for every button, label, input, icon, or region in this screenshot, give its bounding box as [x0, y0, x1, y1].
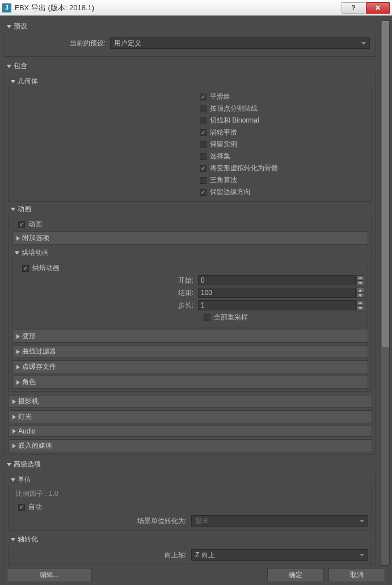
- edit-button[interactable]: 编辑...: [7, 568, 92, 582]
- include-header[interactable]: 包含: [5, 60, 376, 72]
- scroll-thumb[interactable]: [382, 21, 389, 347]
- lights-header[interactable]: 灯光: [9, 410, 372, 423]
- preserve-edge-checkbox[interactable]: [200, 189, 206, 196]
- geometry-header[interactable]: 几何体: [9, 75, 372, 87]
- embed-media-header[interactable]: 嵌入的媒体: [9, 439, 372, 452]
- selection-sets-checkbox[interactable]: [200, 153, 206, 160]
- current-preset-label: 当前的预设:: [11, 39, 110, 48]
- deformations-label: 变形: [22, 331, 36, 341]
- window-title: FBX 导出 (版本: 2018.1): [15, 3, 341, 13]
- start-label: 开始:: [16, 276, 198, 285]
- chevron-down-icon: [11, 538, 15, 541]
- automatic-label: 自动: [28, 502, 42, 512]
- vertical-scrollbar[interactable]: [381, 20, 390, 566]
- scene-units-dropdown: 厘米: [191, 515, 368, 527]
- ok-button[interactable]: 确定: [267, 568, 324, 582]
- chevron-down-icon: [7, 25, 11, 28]
- start-spin-down[interactable]: [356, 280, 364, 285]
- point-cache-header[interactable]: 点缓存文件: [12, 360, 368, 373]
- close-button[interactable]: ✕: [366, 2, 390, 14]
- start-spin-up[interactable]: [356, 275, 364, 280]
- preserve-instances-checkbox[interactable]: [200, 141, 206, 148]
- smoothing-groups-label: 平滑组: [210, 92, 230, 102]
- chevron-down-icon: [15, 251, 19, 255]
- resample-all-checkbox[interactable]: [204, 314, 210, 321]
- end-spin-down[interactable]: [356, 293, 364, 298]
- chevron-right-icon: [16, 334, 20, 339]
- embed-media-label: 嵌入的媒体: [18, 441, 52, 451]
- bake-animation-header[interactable]: 烘培动画: [12, 247, 368, 259]
- extra-options-label: 附加选项: [22, 233, 49, 243]
- cameras-header[interactable]: 摄影机: [9, 395, 372, 408]
- chevron-down-icon: [11, 80, 15, 83]
- automatic-checkbox[interactable]: [18, 504, 25, 511]
- animation-header[interactable]: 动画: [9, 203, 372, 215]
- characters-header[interactable]: 角色: [12, 376, 368, 389]
- resample-all-label: 全部重采样: [214, 313, 248, 322]
- chevron-down-icon: [11, 208, 15, 211]
- chevron-down-icon: [361, 42, 366, 45]
- chevron-down-icon: [360, 554, 364, 557]
- bake-animation-header-label: 烘培动画: [22, 248, 49, 258]
- bake-animation-cb-label: 烘焙动画: [32, 263, 60, 273]
- step-input[interactable]: [198, 300, 356, 310]
- up-axis-dropdown[interactable]: Z 向上: [191, 549, 368, 561]
- triangulate-label: 三角算法: [210, 175, 237, 185]
- point-cache-label: 点缓存文件: [22, 362, 56, 372]
- chevron-right-icon: [16, 365, 20, 369]
- include-header-label: 包含: [14, 61, 27, 71]
- app-icon: 3: [2, 3, 11, 12]
- scene-units-value: 厘米: [195, 516, 209, 526]
- chevron-down-icon: [7, 65, 11, 68]
- up-axis-value: Z 向上: [195, 550, 215, 560]
- end-spin-up[interactable]: [356, 288, 364, 293]
- extra-options-header[interactable]: 附加选项: [12, 232, 368, 245]
- turbosmooth-checkbox[interactable]: [200, 129, 206, 136]
- tangents-label: 切线和 Binormal: [210, 116, 259, 125]
- preset-header-label: 预设: [14, 22, 27, 31]
- chevron-right-icon: [12, 444, 16, 448]
- units-header[interactable]: 单位: [9, 474, 372, 486]
- split-per-vertex-checkbox[interactable]: [200, 106, 206, 112]
- titlebar: 3 FBX 导出 (版本: 2018.1) ? ✕: [0, 0, 392, 16]
- end-input[interactable]: [198, 288, 356, 298]
- step-label: 步长:: [16, 301, 198, 310]
- main-panel: 预设 当前的预设: 用户定义 包含: [5, 20, 378, 566]
- split-per-vertex-label: 按顶点分割法线: [210, 104, 258, 113]
- preset-header[interactable]: 预设: [5, 20, 376, 32]
- selection-sets-label: 选择集: [210, 151, 230, 161]
- cameras-label: 摄影机: [18, 397, 39, 406]
- tangents-checkbox[interactable]: [200, 117, 206, 124]
- animation-checkbox[interactable]: [18, 221, 25, 228]
- chevron-down-icon: [7, 463, 11, 466]
- current-preset-dropdown[interactable]: 用户定义: [110, 37, 370, 49]
- button-bar: 编辑... 确定 取消: [0, 568, 392, 585]
- scene-units-label: 场景单位转化为:: [12, 516, 191, 526]
- end-label: 结束:: [16, 288, 198, 298]
- help-button[interactable]: ?: [342, 2, 365, 14]
- chevron-right-icon: [12, 429, 16, 434]
- smoothing-groups-checkbox[interactable]: [200, 94, 206, 100]
- axis-header-label: 轴转化: [18, 535, 38, 544]
- curve-filters-header[interactable]: 曲线过滤器: [12, 345, 368, 358]
- advanced-header[interactable]: 高级选项: [5, 458, 376, 470]
- advanced-header-label: 高级选项: [14, 460, 41, 469]
- triangulate-checkbox[interactable]: [200, 177, 206, 184]
- axis-header[interactable]: 轴转化: [9, 533, 372, 545]
- cancel-button[interactable]: 取消: [328, 568, 385, 582]
- fbx-export-window: 3 FBX 导出 (版本: 2018.1) ? ✕ 预设 当前的预设: 用户定义: [0, 0, 392, 585]
- up-axis-label: 向上轴:: [12, 550, 191, 560]
- step-spin-up[interactable]: [356, 300, 364, 305]
- convert-dummies-label: 将变形虚拟转化为骨骼: [210, 163, 278, 173]
- chevron-right-icon: [12, 415, 16, 419]
- curve-filters-label: 曲线过滤器: [22, 347, 56, 356]
- bake-animation-checkbox[interactable]: [22, 265, 29, 272]
- start-input[interactable]: [198, 275, 356, 285]
- step-spin-down[interactable]: [356, 305, 364, 310]
- audio-header[interactable]: Audio: [9, 426, 372, 437]
- convert-dummies-checkbox[interactable]: [200, 165, 206, 172]
- deformations-header[interactable]: 变形: [12, 330, 368, 343]
- audio-label: Audio: [18, 427, 36, 435]
- lights-label: 灯光: [18, 412, 32, 422]
- geometry-header-label: 几何体: [18, 77, 38, 86]
